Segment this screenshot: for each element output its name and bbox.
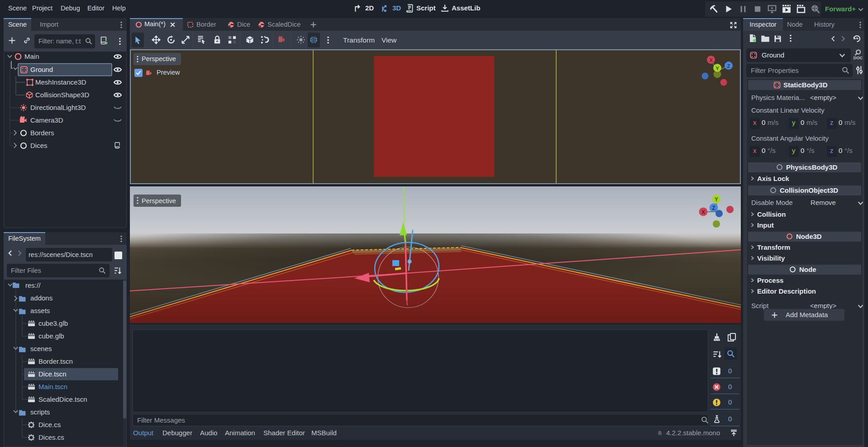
svg-text:DOC: DOC [854, 56, 863, 60]
svg-text:X: X [701, 209, 705, 215]
svg-text:Z: Z [712, 205, 715, 211]
svg-text:X: X [709, 57, 713, 63]
svg-text:Y: Y [715, 196, 718, 203]
svg-text:Y: Y [715, 66, 719, 71]
svg-text:Perspective: Perspective [142, 197, 176, 204]
svg-text:Z: Z [727, 63, 730, 69]
